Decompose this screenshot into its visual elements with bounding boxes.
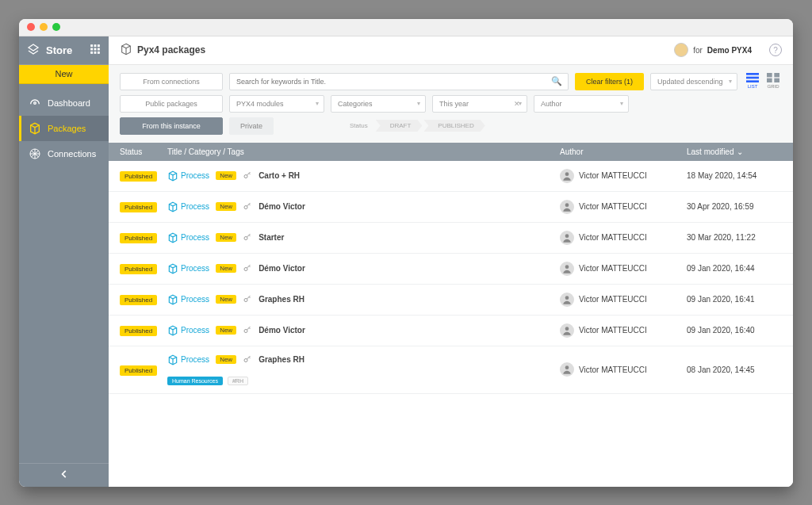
sidebar-item-packages[interactable]: Packages — [19, 116, 109, 141]
modified-date: 09 Jan 2020, 16:40 — [687, 326, 782, 335]
sidebar-nav: Dashboard Packages Connections — [19, 84, 109, 166]
module-select[interactable]: PYX4 modules — [229, 95, 324, 113]
svg-point-30 — [565, 365, 569, 369]
status-badge: Published — [120, 326, 157, 336]
user-scope: for Demo PYX4 — [674, 43, 752, 57]
avatar — [560, 200, 574, 214]
package-title: Démo Victor — [259, 202, 305, 211]
svg-point-25 — [244, 298, 247, 301]
connections-icon — [29, 147, 41, 160]
tag-chip[interactable]: #RH — [228, 377, 248, 385]
new-chip: New — [216, 264, 236, 273]
svg-rect-6 — [90, 52, 93, 54]
tag-chip[interactable]: Human Resources — [167, 377, 223, 385]
title-cell: ProcessNewDémo Victor — [167, 325, 560, 336]
apps-grid-icon[interactable] — [90, 44, 101, 56]
col-title: Title / Category / Tags — [167, 147, 560, 156]
package-title: Starter — [259, 233, 284, 242]
modified-date: 30 Apr 2020, 16:59 — [687, 202, 782, 211]
col-status: Status — [120, 147, 167, 156]
svg-point-27 — [244, 329, 247, 332]
key-icon — [243, 232, 252, 243]
table-row[interactable]: PublishedProcessNewCarto + RHVictor MATT… — [109, 161, 793, 192]
chevron-down-icon: ⌄ — [737, 147, 743, 156]
close-window-icon[interactable] — [27, 23, 35, 31]
period-select[interactable]: This year ✕ — [432, 95, 527, 113]
cube-icon — [167, 170, 178, 182]
author-cell: Victor MATTEUCCI — [560, 200, 687, 214]
author-cell: Victor MATTEUCCI — [560, 323, 687, 338]
clear-period-icon[interactable]: ✕ — [509, 100, 520, 108]
process-chip: Process — [167, 354, 209, 365]
svg-rect-13 — [767, 73, 772, 77]
status-label: Status — [342, 120, 376, 132]
tab-from-connections[interactable]: From connections — [120, 73, 223, 90]
svg-point-21 — [244, 236, 247, 239]
package-title: Graphes RH — [259, 355, 304, 364]
table-row[interactable]: PublishedProcessNewGraphes RHHuman Resou… — [109, 346, 793, 394]
table-row[interactable]: PublishedProcessNewGraphes RHVictor MATT… — [109, 285, 793, 316]
cube-icon — [167, 354, 178, 365]
new-button[interactable]: New — [19, 65, 109, 84]
col-modified[interactable]: Last modified ⌄ — [687, 147, 782, 156]
filter-row-2: Public packages PYX4 modules Categories … — [109, 95, 793, 117]
view-grid-label: GRID — [768, 84, 779, 89]
package-title: Graphes RH — [259, 295, 304, 304]
main-area: Pyx4 packages for Demo PYX4 ? From conne… — [109, 36, 793, 487]
status-draft-chip[interactable]: DRAFT — [376, 120, 423, 132]
table-header: Status Title / Category / Tags Author La… — [109, 143, 793, 161]
view-list-button[interactable]: LIST — [744, 73, 761, 89]
avatar — [560, 362, 574, 377]
page-title: Pyx4 packages — [120, 43, 666, 58]
avatar — [560, 262, 574, 276]
svg-point-17 — [244, 174, 247, 178]
author-cell: Victor MATTEUCCI — [560, 262, 687, 276]
clear-filters-button[interactable]: Clear filters (1) — [575, 73, 644, 90]
status-badge: Published — [120, 233, 157, 243]
key-icon — [243, 201, 252, 212]
view-list-label: LIST — [748, 84, 758, 89]
chevron-left-icon — [59, 469, 70, 481]
minimize-window-icon[interactable] — [40, 23, 48, 31]
tab-public-packages[interactable]: Public packages — [120, 95, 223, 113]
svg-point-18 — [565, 172, 569, 176]
sidebar: Store New Dashboard Packages Connections — [19, 36, 109, 487]
table-row[interactable]: PublishedProcessNewDémo VictorVictor MAT… — [109, 192, 793, 223]
tab-from-this-instance[interactable]: From this instance — [120, 117, 223, 135]
author-name: Victor MATTEUCCI — [579, 295, 647, 304]
status-badge: Published — [120, 171, 157, 182]
status-badge: Published — [120, 365, 157, 376]
sort-select[interactable]: Updated descending — [650, 73, 737, 90]
private-toggle[interactable]: Private — [229, 117, 274, 135]
svg-rect-2 — [98, 44, 100, 47]
sidebar-collapse-button[interactable] — [19, 463, 109, 487]
svg-rect-11 — [746, 76, 759, 78]
maximize-window-icon[interactable] — [52, 23, 60, 31]
svg-rect-8 — [98, 52, 100, 54]
period-value: This year — [439, 100, 469, 108]
author-cell: Victor MATTEUCCI — [560, 231, 687, 245]
author-name: Victor MATTEUCCI — [579, 326, 647, 335]
view-grid-button[interactable]: GRID — [764, 73, 782, 89]
status-badge: Published — [120, 295, 157, 305]
svg-rect-3 — [90, 48, 93, 51]
table-row[interactable]: PublishedProcessNewDémo VictorVictor MAT… — [109, 316, 793, 346]
table-row[interactable]: PublishedProcessNewDémo VictorVictor MAT… — [109, 254, 793, 285]
sidebar-item-dashboard[interactable]: Dashboard — [19, 90, 109, 116]
svg-point-20 — [565, 203, 569, 207]
svg-point-19 — [244, 205, 247, 209]
title-cell: ProcessNewStarter — [167, 232, 560, 243]
categories-select[interactable]: Categories — [331, 95, 426, 113]
table-row[interactable]: PublishedProcessNewStarterVictor MATTEUC… — [109, 223, 793, 254]
search-input[interactable] — [229, 73, 569, 90]
modified-date: 30 Mar 2020, 11:22 — [687, 233, 782, 242]
status-published-chip[interactable]: PUBLISHED — [423, 120, 485, 132]
key-icon — [243, 170, 252, 182]
process-chip: Process — [167, 294, 209, 305]
new-chip: New — [216, 171, 236, 180]
author-select[interactable]: Author — [534, 95, 629, 113]
avatar — [560, 231, 574, 245]
topbar: Pyx4 packages for Demo PYX4 ? — [109, 36, 793, 65]
help-icon[interactable]: ? — [769, 44, 782, 56]
sidebar-item-connections[interactable]: Connections — [19, 141, 109, 166]
